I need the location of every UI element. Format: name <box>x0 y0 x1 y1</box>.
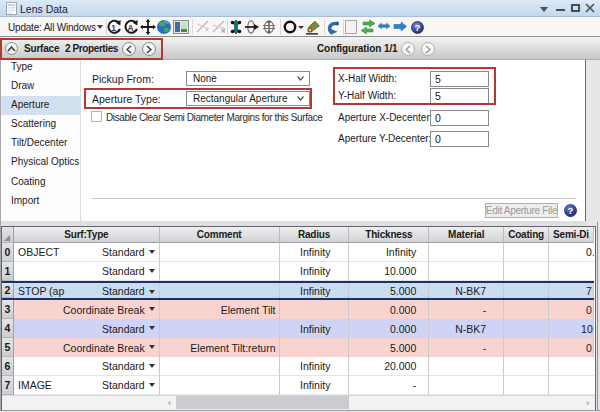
svg-text:1: 1 <box>111 23 116 33</box>
svg-text:A: A <box>127 23 133 33</box>
